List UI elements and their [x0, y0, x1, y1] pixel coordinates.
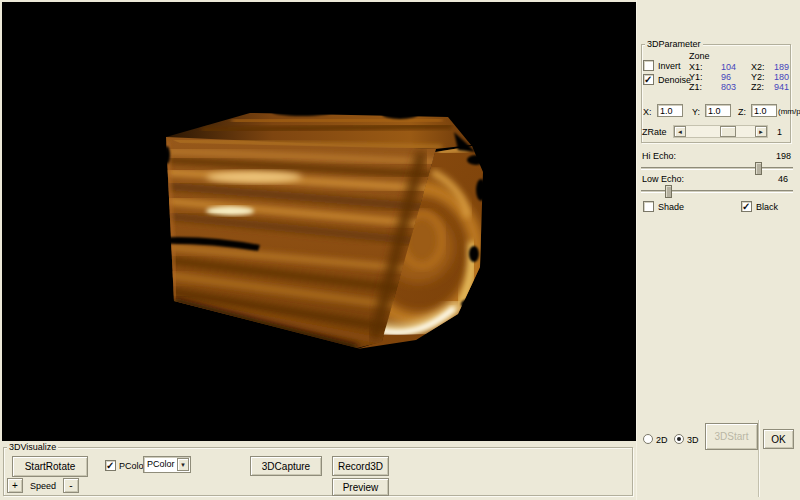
mode-2d-radio[interactable]: [643, 434, 653, 444]
start3d-button[interactable]: 3DStart: [705, 423, 758, 450]
shade-checkbox[interactable]: [643, 201, 654, 212]
zone-z2-label: Z2:: [751, 82, 764, 92]
render-viewport[interactable]: [2, 2, 636, 441]
zrate-thumb[interactable]: [720, 126, 736, 137]
speed-minus-button[interactable]: -: [63, 478, 79, 493]
denoise-label: Denoise: [658, 75, 691, 85]
hi-echo-value: 198: [776, 151, 791, 161]
mode-3d-label: 3D: [687, 435, 699, 445]
ok-button[interactable]: OK: [763, 429, 794, 449]
hi-echo-label: Hi Echo:: [642, 151, 676, 161]
record-button[interactable]: Record3D: [332, 456, 389, 476]
capture-button[interactable]: 3DCapture: [250, 456, 322, 476]
denoise-checkbox[interactable]: [643, 74, 654, 85]
scale-x-input[interactable]: [657, 104, 683, 117]
speed-label: Speed: [30, 481, 56, 491]
zone-y2-value: 180: [774, 72, 789, 82]
zone-z2-value: 941: [774, 82, 789, 92]
invert-checkbox[interactable]: [643, 60, 654, 71]
low-echo-slider[interactable]: [641, 185, 793, 198]
visualize-bar: 3DVisualize StartRotate + Speed - PColor…: [0, 441, 636, 500]
scale-y-label: Y:: [692, 107, 700, 117]
scale-y-input[interactable]: [705, 104, 731, 117]
speed-plus-button[interactable]: +: [7, 478, 23, 493]
scale-z-label: Z:: [738, 107, 746, 117]
scale-z-input[interactable]: [751, 104, 777, 117]
chevron-down-icon[interactable]: ▼: [177, 458, 189, 471]
zrate-value: 1: [777, 127, 782, 137]
panel-divider: [758, 420, 760, 497]
invert-label: Invert: [658, 61, 681, 71]
zrate-label: ZRate: [642, 127, 667, 137]
zone-z1-value: 803: [721, 82, 736, 92]
low-echo-thumb[interactable]: [665, 185, 672, 198]
zone-x2-label: X2:: [751, 62, 765, 72]
low-echo-label: Low Echo:: [642, 174, 684, 184]
black-label: Black: [756, 202, 778, 212]
volume-3d-render: [2, 2, 636, 441]
black-checkbox[interactable]: [741, 201, 752, 212]
start-rotate-button[interactable]: StartRotate: [12, 456, 88, 477]
zrate-right-arrow-icon[interactable]: ►: [755, 126, 767, 137]
scale-x-label: X:: [643, 107, 652, 117]
app-window: { "colors": { "window_bg": "#ece9d8", "v…: [0, 0, 800, 500]
zone-y1-label: Y1:: [689, 72, 703, 82]
zrate-scrollbar[interactable]: ◄ ►: [673, 125, 768, 138]
zrate-left-arrow-icon[interactable]: ◄: [674, 126, 686, 137]
mode-3d-radio[interactable]: [674, 434, 684, 444]
zone-y2-label: Y2:: [751, 72, 765, 82]
zone-z1-label: Z1:: [689, 82, 702, 92]
pcolor-dropdown-value: PColor: [147, 459, 175, 470]
zone-x1-label: X1:: [689, 62, 703, 72]
shade-label: Shade: [658, 202, 684, 212]
hi-echo-track: [641, 167, 793, 170]
visualize-group-title: 3DVisualize: [7, 442, 58, 452]
scale-unit-label: (mm/p): [778, 107, 800, 117]
pcolor-checkbox[interactable]: [105, 460, 116, 471]
parameter-group-title: 3DParameter: [645, 39, 703, 49]
zone-x1-value: 104: [721, 62, 736, 72]
hi-echo-thumb[interactable]: [755, 162, 762, 175]
zone-x2-value: 189: [774, 62, 789, 72]
low-echo-track: [641, 190, 793, 193]
pcolor-dropdown[interactable]: PColor ▼: [143, 456, 191, 473]
preview-button[interactable]: Preview: [332, 478, 389, 496]
zone-title: Zone: [689, 51, 710, 61]
zone-y1-value: 96: [721, 72, 731, 82]
mode-2d-label: 2D: [656, 435, 668, 445]
low-echo-value: 46: [778, 174, 788, 184]
parameter-panel: 3DParameter Invert Denoise Zone X1: 104 …: [636, 0, 800, 500]
